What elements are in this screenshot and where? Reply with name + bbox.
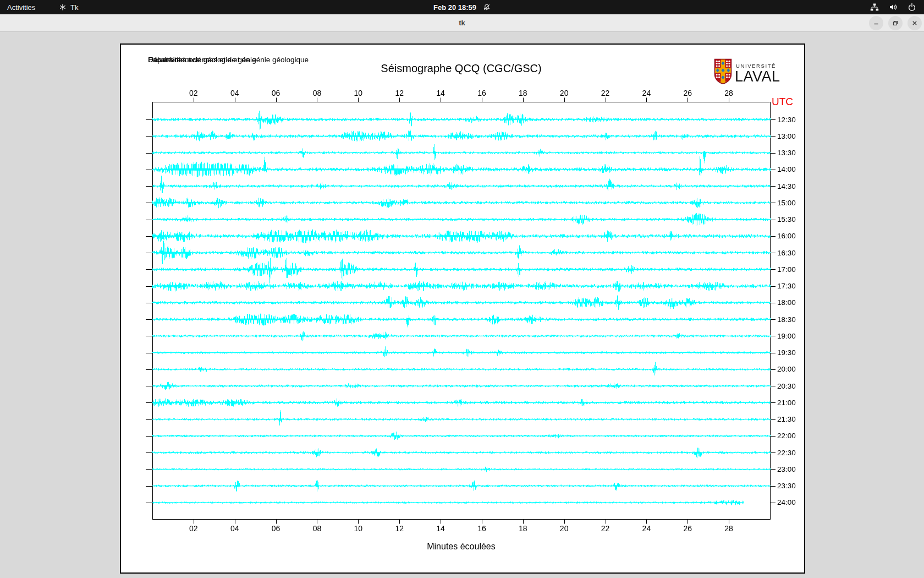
x-tick-label-bottom: 06 [267,525,285,533]
time-label: 17:00 [777,265,796,274]
x-tick-label-top: 02 [184,89,203,97]
time-label: 15:30 [777,215,796,223]
focused-app-indicator[interactable]: Tk [59,0,78,14]
system-status-area[interactable] [870,0,916,14]
window-titlebar[interactable]: tk [0,14,924,32]
x-tick-label-top: 16 [472,89,491,97]
time-label: 16:00 [777,232,796,240]
x-tick-label-top: 14 [431,89,450,97]
x-tick-label-bottom: 12 [390,525,409,533]
x-tick-label-bottom: 20 [555,525,574,533]
maximize-button[interactable] [888,16,903,30]
logo-laval-text: LAVAL [735,68,780,85]
time-label: 17:30 [777,282,796,290]
time-label: 22:00 [777,432,796,440]
power-icon [908,3,916,12]
x-tick-label-bottom: 16 [472,525,491,533]
time-label: 19:30 [777,348,796,357]
x-tick-label-top: 18 [514,89,532,97]
x-tick-label-top: 08 [307,89,326,97]
x-axis-title: Minutes écoulées [121,542,801,552]
time-label: 23:00 [777,465,796,473]
x-tick-label-bottom: 04 [226,525,244,533]
x-tick-label-top: 20 [555,89,574,97]
time-label: 13:30 [777,149,796,157]
time-label: 19:00 [777,332,796,340]
x-tick-label-bottom: 22 [596,525,615,533]
tk-sparkle-icon [59,3,67,11]
network-tree-icon [870,3,879,12]
x-tick-label-bottom: 14 [431,525,450,533]
time-label: 13:00 [777,132,796,140]
window-title: tk [0,14,924,32]
time-label: 20:30 [777,382,796,390]
time-label: 22:30 [777,449,796,457]
close-button[interactable] [908,16,922,30]
x-tick-label-top: 04 [226,89,244,97]
x-tick-label-top: 24 [637,89,656,97]
utc-axis-label: UTC [772,96,793,108]
x-tick-label-top: 10 [349,89,367,97]
x-tick-label-bottom: 08 [307,525,326,533]
x-tick-label-top: 26 [678,89,697,97]
x-tick-label-top: 28 [719,89,738,97]
plot-title: Séismographe QCQ (CGC/GSC) [121,62,801,75]
x-tick-label-bottom: 28 [719,525,738,533]
gnome-top-bar: Activities Tk Feb 20 18:59 [0,0,924,14]
seismogram-traces [121,45,804,572]
time-label: 18:30 [777,315,796,324]
x-tick-label-top: 06 [267,89,285,97]
x-tick-label-top: 22 [596,89,615,97]
laval-shield-icon [714,58,732,85]
activities-label: Activities [7,3,35,12]
time-label: 23:30 [777,482,796,490]
bell-slash-icon [483,3,491,11]
x-tick-label-bottom: 02 [184,525,203,533]
time-label: 15:00 [777,199,796,207]
time-label: 20:00 [777,365,796,373]
x-tick-label-bottom: 26 [678,525,697,533]
time-label: 14:00 [777,165,796,173]
x-tick-label-bottom: 18 [514,525,532,533]
x-tick-label-bottom: 24 [637,525,656,533]
minimize-icon [873,20,879,26]
app-name-label: Tk [70,3,78,12]
desktop-screen: Activities Tk Feb 20 18:59 [0,0,924,578]
x-tick-label-top: 12 [390,89,409,97]
time-label: 16:30 [777,249,796,257]
time-label: 21:30 [777,415,796,423]
x-tick-label-bottom: 10 [349,525,367,533]
speaker-icon [889,3,898,12]
activities-button[interactable]: Activities [7,0,35,14]
time-label: 24:00 [777,498,796,506]
clock-menu[interactable]: Feb 20 18:59 [433,0,491,14]
clock-label: Feb 20 18:59 [433,3,476,12]
time-label: 14:30 [777,182,796,190]
time-label: 21:00 [777,399,796,407]
seismograph-canvas-frame: Département de géologie et de génie géol… [120,43,805,574]
minimize-button[interactable] [869,16,883,30]
close-icon [911,20,918,26]
restore-icon [892,20,899,26]
time-label: 18:00 [777,298,796,307]
time-label: 12:30 [777,116,796,124]
